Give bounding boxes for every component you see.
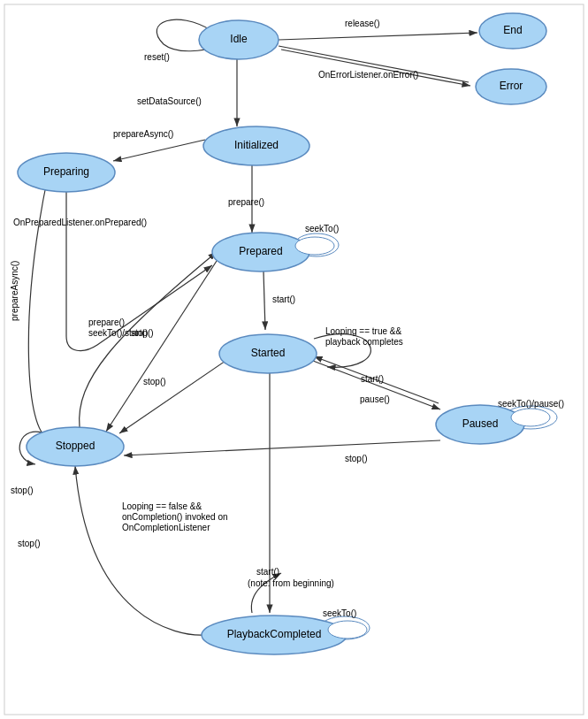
label-stop-stopped: stop() bbox=[11, 486, 34, 495]
label-start-playback: start() bbox=[256, 567, 279, 577]
label-looping1: Looping == true && bbox=[325, 326, 402, 336]
label-note-beginning: (note: from beginning) bbox=[248, 578, 334, 588]
label-loopingfalse3: OnCompletionListener bbox=[122, 523, 210, 532]
state-playbackcompleted-label: PlaybackCompleted bbox=[227, 628, 322, 640]
label-loopingfalse1: Looping == false && bbox=[122, 501, 202, 511]
state-diagram: reset() release() OnErrorListener.onErro… bbox=[0, 0, 588, 719]
label-seekto-pause: seekTo()/pause() bbox=[498, 399, 564, 409]
label-seekto-prepared: seekTo() bbox=[305, 224, 339, 233]
label-stop-playback: stop() bbox=[18, 539, 41, 548]
state-started-label: Started bbox=[251, 347, 286, 359]
state-stopped-label: Stopped bbox=[56, 440, 95, 452]
label-pause: pause() bbox=[360, 394, 390, 404]
label-prepare-stopped: prepare() bbox=[88, 317, 125, 327]
label-seekto-start: seekTo()/start() bbox=[88, 328, 148, 338]
state-initialized-label: Initialized bbox=[234, 139, 279, 151]
label-looping2: playback completes bbox=[325, 337, 403, 347]
paused-self-loop-shape bbox=[511, 409, 550, 426]
state-idle-label: Idle bbox=[230, 33, 248, 45]
state-preparing-label: Preparing bbox=[43, 165, 89, 178]
prepared-self-loop-shape bbox=[295, 237, 334, 255]
label-reset: reset() bbox=[144, 52, 170, 62]
label-prepareasync1: prepareAsync() bbox=[113, 129, 173, 139]
label-prepareasync-stopped: prepareAsync() bbox=[10, 261, 19, 321]
state-end-label: End bbox=[503, 24, 522, 36]
label-setdatasource: setDataSource() bbox=[137, 96, 202, 106]
label-stop-started: stop() bbox=[143, 377, 166, 386]
label-prepare1: prepare() bbox=[228, 197, 264, 207]
playback-self-loop-shape bbox=[328, 621, 367, 639]
label-onprepared1: OnPreparedListener.onPrepared() bbox=[13, 218, 147, 227]
state-paused-label: Paused bbox=[462, 417, 499, 430]
label-start1: start() bbox=[272, 294, 295, 304]
label-stop-paused: stop() bbox=[345, 454, 368, 463]
label-seekto-playback: seekTo() bbox=[323, 608, 356, 618]
state-prepared-label: Prepared bbox=[239, 245, 282, 257]
label-onerror: OnErrorListener.onError() bbox=[318, 70, 418, 80]
state-error-label: Error bbox=[500, 80, 523, 92]
label-loopingfalse2: onCompletion() invoked on bbox=[122, 512, 228, 522]
label-release: release() bbox=[345, 19, 379, 28]
label-start-paused: start() bbox=[361, 374, 384, 384]
